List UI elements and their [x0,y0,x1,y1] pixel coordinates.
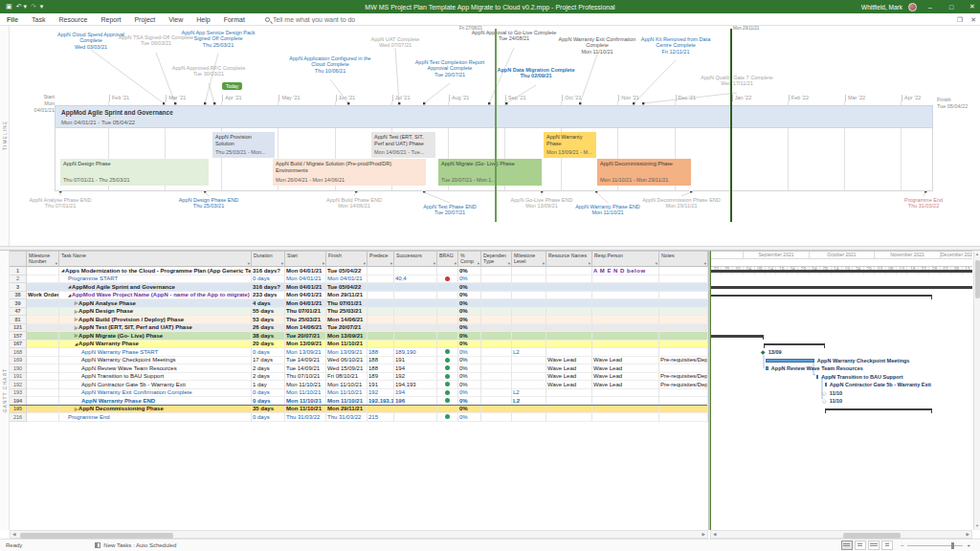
cell-num[interactable]: 39 [10,299,27,308]
cell-brag[interactable] [437,324,458,333]
cell-ms[interactable] [27,381,59,389]
cell-succ[interactable] [394,341,437,349]
cell-dur[interactable]: 0 days [252,397,285,406]
cell-lvl[interactable]: L2 [512,397,546,406]
table-row[interactable]: 38Work Order #◢AppMod Wave Project Name … [10,292,708,300]
cell-pct[interactable]: 0% [458,276,481,284]
timeline-callout[interactable]: AppN Application Configured in the Cloud… [285,55,376,74]
cell-num[interactable]: 1 [10,267,27,276]
cell-num[interactable]: 192 [10,381,27,389]
cell-task[interactable]: AppN Review Wave Team Resources [59,364,252,373]
table-hscroll-thumb[interactable] [20,533,173,539]
cell-brag[interactable] [437,332,458,341]
expand-icon[interactable]: ▷ [75,325,78,330]
cell-pct[interactable]: 0% [458,381,481,389]
milestone-diamond-icon[interactable]: ◆ [761,349,766,355]
close-button[interactable]: ✕ [965,0,980,13]
cell-pct[interactable]: 0% [458,299,481,308]
new-tasks-mode[interactable]: New Tasks : Auto Scheduled [95,542,176,548]
cell-task[interactable]: AppN Warranty Checkpoint Meetings [59,357,252,365]
cell-resp[interactable] [592,299,659,308]
zoom-slider[interactable] [907,545,963,546]
cell-task[interactable]: ◢AppN Warranty Phase [59,341,252,349]
cell-notes[interactable] [659,299,708,308]
collapse-icon[interactable]: ◢ [75,342,78,346]
cell-task[interactable]: ◢AppMod Wave Project Name (AppN - name o… [59,292,252,300]
cell-dep[interactable] [481,413,512,422]
scroll-down-icon[interactable]: ▼ [974,522,980,530]
cell-pct[interactable]: 0% [458,324,481,333]
filter-arrow-icon[interactable]: ▾ [543,261,545,266]
cell-finish[interactable]: Mon 14/06/21 [326,316,368,324]
cell-num[interactable]: 81 [10,316,27,324]
cell-succ[interactable] [394,413,437,422]
scroll-right-icon[interactable]: ▶ [702,532,705,537]
column-header-successors[interactable]: Successors▾ [394,252,437,267]
cell-notes[interactable] [659,389,708,398]
cell-start[interactable]: Mon 04/01/21 [285,283,326,292]
summary-bar[interactable] [825,408,932,411]
cell-start[interactable]: Tue 14/09/21 [285,357,326,365]
cell-num[interactable]: 193 [10,389,27,398]
cell-notes[interactable] [659,308,708,317]
cell-notes[interactable] [659,332,708,341]
cell-lvl[interactable] [512,381,546,389]
cell-resp[interactable] [592,397,659,406]
cell-dep[interactable] [481,357,512,365]
cell-resp[interactable]: Wave Lead [592,364,659,373]
cell-resp[interactable] [592,406,659,414]
cell-res[interactable] [546,389,592,398]
summary-bar[interactable] [764,343,825,346]
expand-icon[interactable]: ▷ [75,317,78,321]
column-header-%-comp[interactable]: % Comp▾ [458,252,481,267]
cell-brag[interactable] [437,299,458,308]
cell-lvl[interactable] [512,341,546,349]
column-header-duration[interactable]: Duration▾ [252,252,285,267]
ribbon-tab-file[interactable]: File [0,13,25,26]
gantt-pane-strip[interactable]: GANTT CHART [0,251,10,530]
filter-arrow-icon[interactable]: ▾ [589,261,590,266]
cell-task[interactable]: AppN Transition to BAU Support [59,373,252,382]
cell-num[interactable]: 167 [10,341,27,349]
filter-arrow-icon[interactable]: ▾ [364,261,366,266]
cell-dep[interactable] [481,397,512,406]
cell-dep[interactable] [481,308,512,317]
column-header-task-name[interactable]: Task Name▾ [59,252,252,267]
cell-task[interactable]: AppN Contractor Gate 5b - Warranty Exit [59,381,252,389]
filter-arrow-icon[interactable]: ▾ [478,261,479,266]
table-row[interactable]: 216Programme End0 daysThu 31/03/22Thu 31… [10,413,708,422]
zoom-slider-thumb[interactable] [951,542,954,549]
cell-finish[interactable]: Thu 25/03/21 [326,308,368,317]
table-row[interactable]: 121▷AppN Test (ERT, SIT, Perf and UAT) P… [10,324,708,333]
cell-resp[interactable]: Wave Lead [592,357,659,365]
column-header-start[interactable]: Start▾ [285,252,326,267]
cell-ms[interactable] [27,299,59,308]
summary-bar[interactable] [711,335,764,338]
filter-arrow-icon[interactable]: ▾ [281,261,283,266]
ribbon-tab-resource[interactable]: Resource [52,13,94,26]
cell-pred[interactable]: 192,193,19 [368,397,394,406]
cell-ms[interactable] [27,373,59,382]
cell-succ[interactable]: 189,190 [394,348,437,357]
minimize-button[interactable]: – [923,0,938,13]
cell-finish[interactable]: Mon 11/10/21 [326,381,368,389]
column-header-finish[interactable]: Finish▾ [326,252,368,267]
timeline-phase-bar[interactable]: AppN Provision SolutionThu 25/03/21 - Mo… [212,132,275,158]
cell-res[interactable]: Wave Lead [546,381,592,389]
expand-icon[interactable]: ▷ [75,309,78,314]
filter-arrow-icon[interactable]: ▾ [248,261,250,266]
cell-pct[interactable]: 0% [458,413,481,422]
cell-res[interactable] [546,283,592,292]
cell-res[interactable] [546,316,592,324]
cell-num[interactable]: 38 [10,292,27,300]
cell-task[interactable]: ▷AppN Analyse Phase [59,299,252,308]
cell-pct[interactable]: 0% [458,316,481,324]
cell-pred[interactable]: 191 [368,381,394,389]
cell-brag[interactable] [437,276,458,284]
table-row[interactable]: 193AppN Warranty Exit Confirmation Compl… [10,389,708,398]
cell-resp[interactable]: Wave Lead [592,381,659,389]
ribbon-tab-help[interactable]: Help [189,13,216,26]
cell-finish[interactable]: Mon 11/10/21 [326,389,368,398]
cell-dur[interactable]: 2 days [252,373,285,382]
cell-dep[interactable] [481,292,512,300]
